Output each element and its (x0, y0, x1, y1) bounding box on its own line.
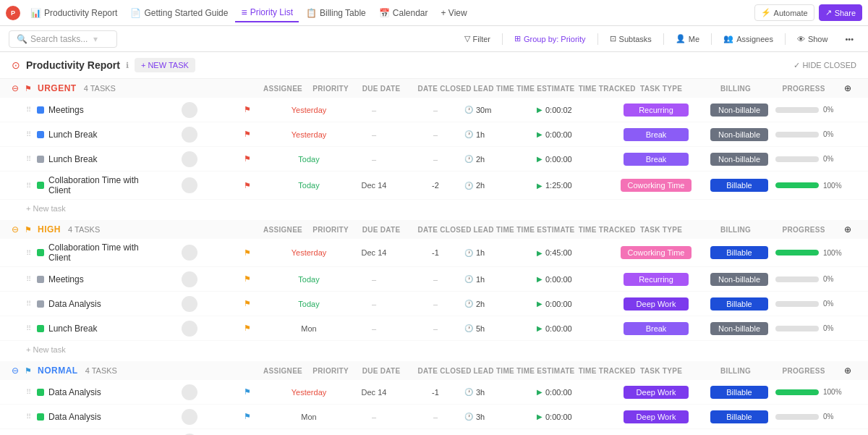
normal-collapse-icon[interactable]: ⊖ (12, 366, 19, 376)
task-name[interactable]: Collaboration Time with Client (48, 242, 161, 263)
progress-pct: 100% (823, 249, 842, 257)
tab-billing-table[interactable]: 📋 Billing Table (300, 5, 372, 21)
drag-handle[interactable]: ⠿ (26, 324, 31, 332)
high-task-count: 4 TASKS (68, 225, 100, 234)
table-row: ⠿ Collaboration Time with Client ⚑ Today… (0, 172, 868, 200)
drag-handle[interactable]: ⠿ (26, 388, 31, 396)
play-icon: ▶ (537, 324, 542, 332)
billing-cell: Non-billable (703, 104, 775, 117)
high-collapse-icon[interactable]: ⊖ (12, 224, 19, 235)
section-normal: ⊖ ⚑ NORMAL 4 TASKS ASSIGNEE PRIORITY DUE… (0, 361, 868, 435)
date-closed-value: Dec 14 (362, 248, 387, 257)
tab-calendar[interactable]: 📅 Calendar (373, 5, 434, 21)
drag-handle[interactable]: ⠿ (26, 182, 31, 190)
th-lead-time-high: LEAD TIME (473, 226, 516, 234)
lead-time-value: – (433, 106, 438, 114)
filter-icon: ▽ (464, 34, 470, 43)
project-title: Productivity Report (26, 59, 120, 71)
hide-closed-button[interactable]: ✓ HIDE CLOSED (793, 61, 856, 70)
due-date-value: Yesterday (292, 130, 327, 139)
more-options-icon: ••• (845, 35, 854, 43)
time-estimate-cell: 🕐2h (464, 181, 537, 190)
more-options-button[interactable]: ••• (839, 33, 859, 46)
due-date-value: Today (298, 275, 319, 284)
task-name[interactable]: Lunch Break (48, 130, 97, 140)
filter-button[interactable]: ▽ Filter (459, 32, 496, 46)
new-task-link-high[interactable]: + New task (26, 345, 66, 354)
table-row: ⠿Data Analysis ⚑ Yesterday Dec 14 -1 🕐3h… (0, 380, 868, 405)
task-name[interactable]: Lunch Break (48, 154, 97, 164)
drag-handle[interactable]: ⠿ (26, 249, 31, 257)
time-tracked-value: 0:00:00 (545, 300, 572, 308)
task-type-badge: Coworking Time (621, 179, 692, 192)
show-button[interactable]: 👁 Show (791, 33, 834, 46)
task-type-badge: Deep Work (624, 386, 689, 399)
drag-handle[interactable]: ⠿ (26, 275, 31, 283)
share-button[interactable]: ↗ Share (819, 4, 862, 21)
me-button[interactable]: 👤 Me (670, 32, 705, 46)
task-name[interactable]: Data Analysis (48, 299, 101, 309)
automate-icon: ⚡ (761, 8, 771, 17)
tab-calendar-label: Calendar (393, 8, 428, 18)
group-by-button[interactable]: ⊞ Group by: Priority (509, 32, 592, 46)
avatar (182, 296, 197, 312)
automate-button[interactable]: ⚡ Automate (754, 4, 814, 21)
search-input[interactable]: 🔍 Search tasks... ▾ (9, 30, 117, 48)
task-name[interactable]: Meetings (48, 105, 84, 115)
new-task-link-urgent[interactable]: + New task (26, 204, 66, 213)
th-add-col-urgent[interactable]: ⊕ (844, 83, 856, 93)
tab-productivity[interactable]: 📊 Productivity Report (25, 5, 123, 21)
task-type-cell: Break (609, 128, 703, 141)
drag-handle[interactable]: ⠿ (26, 130, 31, 138)
toolbar-divider-4 (711, 33, 712, 45)
priority-cell: ⚑ (218, 154, 276, 164)
progress-pct: 100% (823, 182, 842, 190)
th-billing-high: BILLING (720, 226, 782, 234)
urgent-collapse-icon[interactable]: ⊖ (12, 83, 19, 93)
lead-time-value: -1 (432, 388, 439, 397)
task-type-cell: Break (609, 153, 703, 166)
tab-priority-list-label: Priority List (250, 7, 293, 17)
avatar (182, 127, 197, 143)
th-date-closed-urgent: DATE CLOSED (418, 85, 474, 93)
priority-flag: ⚑ (244, 181, 251, 190)
drag-handle[interactable]: ⠿ (26, 413, 31, 421)
task-name[interactable]: Meetings (48, 274, 84, 284)
task-name[interactable]: Collaboration Time with Client (48, 175, 161, 195)
task-name[interactable]: Data Analysis (48, 412, 101, 422)
task-name[interactable]: Lunch Break (48, 324, 97, 334)
avatar (182, 102, 197, 118)
add-view-btn[interactable]: + View (435, 5, 473, 21)
urgent-section-name: URGENT (38, 83, 77, 93)
avatar (182, 271, 197, 287)
section-urgent-header: ⊖ ⚑ URGENT 4 TASKS ASSIGNEE PRIORITY DUE… (0, 79, 868, 98)
drag-handle[interactable]: ⠿ (26, 300, 31, 308)
th-add-col-high[interactable]: ⊕ (844, 224, 856, 235)
date-closed-value: – (372, 155, 376, 164)
billing-cell: Non-billable (703, 153, 775, 166)
productivity-icon: 📊 (30, 8, 41, 18)
subtasks-button[interactable]: ⊡ Subtasks (604, 32, 658, 46)
due-date-value: Yesterday (292, 388, 327, 397)
new-task-button[interactable]: + NEW TASK (135, 58, 195, 72)
due-date-cell: Today (276, 155, 341, 164)
progress-cell: 100% (775, 182, 862, 190)
drag-handle[interactable]: ⠿ (26, 106, 31, 114)
tab-getting-started[interactable]: 📄 Getting Started Guide (124, 5, 234, 21)
task-name[interactable]: Data Analysis (48, 387, 101, 397)
assignees-button[interactable]: 👥 Assignees (718, 32, 779, 46)
clock-icon: 🕐 (464, 388, 473, 396)
project-info-icon[interactable]: ℹ (126, 61, 129, 70)
drag-handle[interactable]: ⠿ (26, 155, 31, 163)
billing-badge: Non-billable (710, 273, 768, 286)
due-date-value: Today (298, 155, 319, 164)
billing-cell: Non-billable (703, 128, 775, 141)
th-add-col-normal[interactable]: ⊕ (844, 366, 856, 376)
tab-priority-list[interactable]: ≡ Priority List (235, 4, 299, 22)
task-type-badge: Break (624, 153, 689, 166)
date-closed-value: – (372, 324, 376, 333)
clock-icon: 🕐 (464, 130, 473, 138)
clock-icon: 🕐 (464, 324, 473, 332)
due-date-value: Yesterday (292, 248, 327, 257)
due-date-value: Mon (301, 324, 316, 333)
